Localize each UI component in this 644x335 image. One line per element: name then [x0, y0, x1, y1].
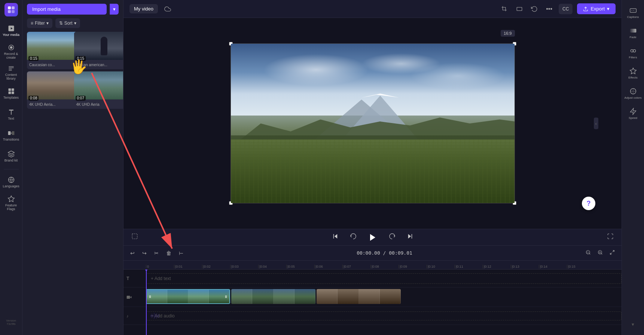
- panel-collapse-button[interactable]: ‹: [594, 118, 598, 129]
- video-strip-1[interactable]: ⏸ ⏸: [146, 289, 230, 304]
- right-expand-button[interactable]: ▾: [630, 320, 636, 329]
- sidebar-item-content-library[interactable]: Content library: [1, 63, 21, 82]
- svg-rect-25: [411, 234, 412, 239]
- undo-button[interactable]: ↩: [128, 249, 137, 258]
- filters-label: Filters: [629, 56, 637, 59]
- zoom-in-button[interactable]: [595, 248, 605, 258]
- ruler-mark-0: 0: [146, 265, 174, 268]
- crop-button[interactable]: [499, 4, 510, 14]
- video-track-content: ⏸ ⏸: [146, 288, 622, 307]
- redo-button[interactable]: ↪: [140, 249, 149, 258]
- cut-button[interactable]: ✂: [152, 249, 161, 258]
- right-sidebar-item-captions[interactable]: Captions: [623, 3, 643, 22]
- svg-marker-24: [408, 234, 411, 239]
- ruler-mark-7: |0:07: [342, 265, 370, 268]
- svg-point-36: [631, 50, 633, 52]
- sidebar-item-your-media[interactable]: Your media: [1, 21, 21, 40]
- playhead[interactable]: [146, 270, 147, 335]
- version-label: Version 73c5fb: [1, 319, 21, 326]
- media-item-1[interactable]: 0:15 African american...: [74, 32, 123, 69]
- project-name[interactable]: My video: [129, 4, 158, 13]
- expand-timeline-button[interactable]: [607, 248, 617, 258]
- svg-rect-10: [8, 131, 10, 135]
- zoom-out-button[interactable]: [583, 248, 593, 258]
- audio-track: ♪ + Add audio: [123, 307, 622, 325]
- text-track-content[interactable]: + Add text: [146, 270, 622, 287]
- cloud-save-button[interactable]: [162, 4, 173, 14]
- filter-button[interactable]: ≡ Filter ▾: [27, 18, 52, 28]
- timeline-tracks: T + Add text: [123, 270, 622, 335]
- audio-track-label: ♪: [123, 314, 146, 318]
- effects-label: Effects: [628, 76, 637, 79]
- add-text-strip[interactable]: + Add text: [146, 273, 622, 284]
- video-track: ⏸ ⏸: [123, 288, 622, 307]
- video-canvas[interactable]: [231, 43, 515, 203]
- sort-button[interactable]: ⇅ Sort ▾: [55, 18, 80, 28]
- filter-icon: ≡: [31, 21, 33, 26]
- import-media-dropdown[interactable]: ▾: [110, 4, 119, 15]
- play-button[interactable]: [366, 231, 379, 244]
- media-panel: Import media ▾ ≡ Filter ▾ ⇅ Sort ▾ 0:15 …: [22, 0, 123, 335]
- ruler-mark-15: |0:15: [567, 265, 595, 268]
- split-button[interactable]: ⊢: [177, 249, 186, 258]
- media-item-3[interactable]: 0:07 4K UHD Aeria: [74, 71, 123, 109]
- rotate-button[interactable]: [529, 4, 540, 14]
- sidebar-item-templates[interactable]: Templates: [1, 84, 21, 103]
- media-label-1: African american...: [76, 62, 123, 68]
- aspect-ratio-badge[interactable]: 16:9: [501, 30, 515, 37]
- help-button[interactable]: ?: [582, 197, 595, 210]
- sidebar-item-record-create[interactable]: Record & create: [1, 42, 21, 61]
- chevron-down-icon: ▾: [113, 6, 116, 12]
- collapse-chevron-icon: ‹: [595, 121, 597, 126]
- more-options-button[interactable]: •••: [544, 4, 554, 14]
- export-button[interactable]: Export ▾: [577, 3, 616, 14]
- sidebar-item-record-label: Record & create: [1, 52, 21, 60]
- sidebar-item-brand-kit[interactable]: Brand kit: [1, 147, 21, 166]
- svg-rect-11: [12, 131, 14, 135]
- speed-label: Speed: [629, 116, 637, 120]
- svg-rect-20: [132, 234, 137, 239]
- sidebar-item-languages[interactable]: Languages: [1, 172, 21, 192]
- right-sidebar-item-filters[interactable]: Filters: [623, 43, 643, 63]
- timeline-zoom: [583, 248, 617, 258]
- right-sidebar-item-effects[interactable]: Effects: [623, 64, 643, 83]
- right-sidebar-item-speed[interactable]: Speed: [623, 104, 643, 123]
- ruler-mark-2: |0:02: [202, 265, 230, 268]
- sidebar-item-brand-label: Brand kit: [4, 159, 18, 163]
- video-strip-3[interactable]: [317, 289, 401, 304]
- import-media-button[interactable]: Import media: [27, 4, 107, 15]
- sidebar-item-text[interactable]: Text: [1, 105, 21, 124]
- import-media-label: Import media: [32, 6, 61, 12]
- svg-rect-0: [8, 6, 11, 9]
- text-track-label: T: [123, 276, 146, 281]
- svg-line-30: [601, 253, 602, 255]
- right-sidebar-expand[interactable]: ▾: [630, 320, 636, 332]
- video-strip-2[interactable]: [231, 289, 315, 304]
- resize-button[interactable]: [514, 4, 525, 14]
- audio-track-icon: ♪: [126, 314, 129, 318]
- right-sidebar-item-adjust-colors[interactable]: Adjust colors: [623, 84, 643, 103]
- app-logo[interactable]: [4, 3, 18, 16]
- ruler-mark-1: |0:01: [174, 265, 202, 268]
- crop-control-button[interactable]: [129, 231, 140, 243]
- svg-rect-33: [127, 295, 130, 298]
- sidebar-item-text-label: Text: [8, 117, 14, 121]
- rewind-button[interactable]: [348, 231, 358, 243]
- ruler-mark-12: |0:12: [483, 265, 511, 268]
- delete-button[interactable]: 🗑: [164, 249, 174, 258]
- playback-controls: [123, 229, 622, 245]
- sidebar-item-transitions[interactable]: Transitions: [1, 126, 21, 145]
- captions-button[interactable]: CC: [559, 4, 573, 14]
- skip-back-button[interactable]: [330, 231, 341, 243]
- ruler-mark-4: |0:04: [258, 265, 286, 268]
- right-sidebar-item-fade[interactable]: Fade: [623, 23, 643, 43]
- left-sidebar: Your media Record & create Content libra…: [0, 0, 22, 335]
- fullscreen-button[interactable]: [605, 231, 616, 243]
- forward-button[interactable]: [387, 231, 397, 243]
- ruler-mark-10: |0:10: [427, 265, 455, 268]
- sidebar-item-feature-flags[interactable]: Feature Flags: [1, 193, 21, 213]
- audio-track-content[interactable]: + Add audio: [146, 307, 622, 325]
- skip-forward-button[interactable]: [405, 231, 415, 243]
- svg-rect-1: [12, 6, 15, 9]
- adjust-colors-label: Adjust colors: [625, 96, 642, 99]
